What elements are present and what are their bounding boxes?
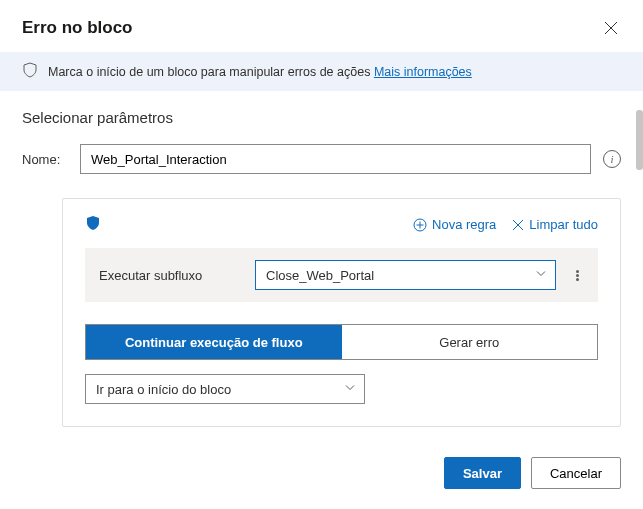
dialog-title: Erro no bloco [22,18,133,38]
name-input[interactable] [80,144,591,174]
rules-card: Nova regra Limpar tudo Executar subfluxo… [62,198,621,427]
error-mode-toggle: Continuar execução de fluxo Gerar erro [85,324,598,360]
scrollbar-thumb[interactable] [636,110,643,170]
info-strip: Marca o início de um bloco para manipula… [0,52,643,91]
info-text: Marca o início de um bloco para manipula… [48,65,472,79]
dialog-header: Erro no bloco [0,0,643,52]
goto-select-value: Ir para o início do bloco [96,382,231,397]
dialog-footer: Salvar Cancelar [0,441,643,509]
rule-more-button[interactable] [566,260,588,290]
chevron-down-icon [344,382,356,397]
shield-filled-icon [85,215,101,234]
clear-all-label: Limpar tudo [529,217,598,232]
chevron-down-icon [535,268,547,283]
dialog: Erro no bloco Marca o início de um bloco… [0,0,643,509]
new-rule-button[interactable]: Nova regra [413,217,496,232]
continue-flow-button[interactable]: Continuar execução de fluxo [86,325,342,359]
x-icon [512,219,524,231]
new-rule-label: Nova regra [432,217,496,232]
clear-all-button[interactable]: Limpar tudo [512,217,598,232]
learn-more-link[interactable]: Mais informações [374,65,472,79]
rule-action-label: Executar subfluxo [95,268,245,283]
rules-toolbar: Nova regra Limpar tudo [85,215,598,234]
close-button[interactable] [601,18,621,38]
name-field-row: Nome: i [22,144,621,174]
close-icon [604,21,618,35]
more-vertical-icon [576,269,579,282]
cancel-button[interactable]: Cancelar [531,457,621,489]
info-icon[interactable]: i [603,150,621,168]
dialog-body: Selecionar parâmetros Nome: i Nova regra… [0,91,643,441]
plus-icon [413,218,427,232]
subflow-select[interactable]: Close_Web_Portal [255,260,556,290]
section-title: Selecionar parâmetros [22,109,621,126]
rule-row: Executar subfluxo Close_Web_Portal [85,248,598,302]
name-label: Nome: [22,152,68,167]
shield-icon [22,62,38,81]
throw-error-button[interactable]: Gerar erro [342,325,598,359]
subflow-select-value: Close_Web_Portal [266,268,374,283]
save-button[interactable]: Salvar [444,457,521,489]
goto-select[interactable]: Ir para o início do bloco [85,374,365,404]
